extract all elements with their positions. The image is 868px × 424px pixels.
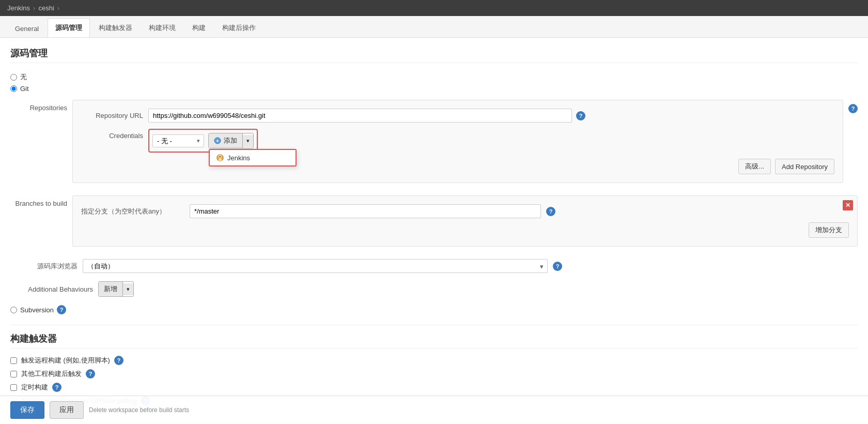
trigger-other-checkbox[interactable] [10,371,17,377]
subversion-row: Subversion ? [10,305,858,314]
breadcrumb-jenkins[interactable]: Jenkins [7,4,30,12]
trigger-timed-help-icon[interactable]: ? [52,383,61,392]
trigger-remote-row: 触发远程构建 (例如,使用脚本) ? [10,356,858,365]
advanced-btn[interactable]: 高级... [738,159,771,174]
credentials-select[interactable]: - 无 - [152,134,204,147]
repo-url-content: ? [148,109,834,123]
branches-label: Branches to build [10,195,67,207]
trigger-section-title: 构建触发器 [10,332,858,349]
trigger-remote-checkbox[interactable] [10,357,17,364]
radio-none-row: 无 [10,72,858,82]
trigger-other-row: 其他工程构建后触发 ? [10,369,858,378]
tabs-bar: General 源码管理 构建触发器 构建环境 构建 构建后操作 [0,16,868,38]
tab-trigger[interactable]: 构建触发器 [91,18,140,37]
chevron-icon-2: › [57,4,59,12]
add-repository-btn[interactable]: Add Repository [775,159,834,174]
repositories-block: Repository URL ? Credentials [72,100,843,191]
scm-browser-help-icon[interactable]: ? [553,262,562,271]
apply-button[interactable]: 应用 [50,401,84,419]
new-behaviour-btn[interactable]: 新增 [99,282,123,296]
repositories-help-icon[interactable]: ? [848,104,858,113]
radio-git[interactable] [10,85,17,92]
remove-branch-btn[interactable]: ✕ [843,200,853,210]
credentials-popup-jenkins[interactable]: Jenkins [210,150,296,165]
additional-label: Additional Behaviours [10,285,93,293]
jenkins-icon [216,154,224,162]
radio-none[interactable] [10,74,17,81]
repo-url-input[interactable] [148,109,572,123]
radio-none-label: 无 [20,72,27,82]
add-credentials-arrow[interactable]: ▾ [243,135,253,147]
trigger-other-label: 其他工程构建后触发 [21,369,82,378]
add-credentials-btn[interactable]: + 添加 [209,133,243,148]
add-btn-label: 添加 [224,136,237,145]
add-credentials-dropdown[interactable]: + 添加 ▾ [208,133,254,148]
section-divider [10,325,858,325]
main-content: 源码管理 无 Git Repositories Repository URL ? [0,38,868,424]
repo-url-label: Repository URL [81,109,143,119]
credentials-content: - 无 - + [148,129,834,153]
svg-rect-5 [219,159,222,161]
subversion-label: Subversion [20,306,54,314]
breadcrumb: Jenkins › ceshi › [0,0,868,16]
svg-text:+: + [216,138,219,144]
branch-help-icon[interactable]: ? [546,207,555,216]
branch-specifier-row: 指定分支（为空时代表any） ? [81,204,849,218]
scm-section-title: 源码管理 [10,47,858,63]
add-branch-row: 增加分支 [81,222,849,238]
add-credentials-icon: + [214,137,221,144]
tab-general[interactable]: General [7,20,47,37]
scm-browser-label: 源码库浏览器 [10,262,78,271]
branches-block: ✕ 指定分支（为空时代表any） ? 增加分支 [72,195,858,255]
scm-browser-row: 源码库浏览器 （自动） ? [10,259,858,273]
svg-point-4 [219,156,221,158]
save-button[interactable]: 保存 [10,401,44,419]
svg-point-6 [219,156,220,157]
trigger-remote-help-icon[interactable]: ? [114,356,123,365]
trigger-timed-checkbox[interactable] [10,384,17,391]
chevron-icon-1: › [33,4,35,12]
branch-specifier-input[interactable] [190,204,541,218]
branch-specifier-label: 指定分支（为空时代表any） [81,207,184,216]
trigger-timed-row: 定时构建 ? [10,383,858,392]
trigger-other-help-icon[interactable]: ? [86,369,95,378]
radio-git-label: Git [20,85,29,93]
credentials-label: Credentials [81,129,143,140]
scm-browser-select-wrap: （自动） [83,259,548,273]
radio-subversion[interactable] [10,307,17,313]
jenkins-label: Jenkins [227,154,250,162]
repositories-label: Repositories [10,100,67,112]
tab-post[interactable]: 构建后操作 [214,18,264,37]
scm-radio-group: 无 Git [10,72,858,93]
repo-url-row: Repository URL ? [81,109,834,123]
credentials-highlight: - 无 - + [148,129,258,153]
tab-env[interactable]: 构建环境 [141,18,183,37]
credentials-row: Credentials - 无 - [81,129,834,153]
new-behaviour-arrow[interactable]: ▾ [123,283,133,295]
bottom-note: Delete workspace before build starts [89,406,189,414]
repo-url-help-icon[interactable]: ? [576,111,585,120]
scm-browser-select[interactable]: （自动） [83,259,548,273]
trigger-timed-label: 定时构建 [21,383,48,392]
additional-behaviours-row: Additional Behaviours 新增 ▾ [10,281,858,297]
repo-actions: 高级... Add Repository [81,159,834,174]
tab-scm[interactable]: 源码管理 [48,18,90,37]
credentials-select-wrapper: - 无 - [152,134,204,147]
subversion-help-icon[interactable]: ? [57,305,66,314]
breadcrumb-ceshi[interactable]: ceshi [38,4,54,12]
bottom-buttons-bar: 保存 应用 Delete workspace before build star… [0,396,868,424]
radio-git-row: Git [10,85,858,93]
svg-point-7 [221,156,221,157]
add-branch-btn[interactable]: 增加分支 [809,222,849,238]
new-behaviour-dropdown[interactable]: 新增 ▾ [98,281,134,297]
trigger-remote-label: 触发远程构建 (例如,使用脚本) [21,356,110,365]
credentials-popup: Jenkins [209,149,297,166]
tab-build[interactable]: 构建 [184,18,213,37]
